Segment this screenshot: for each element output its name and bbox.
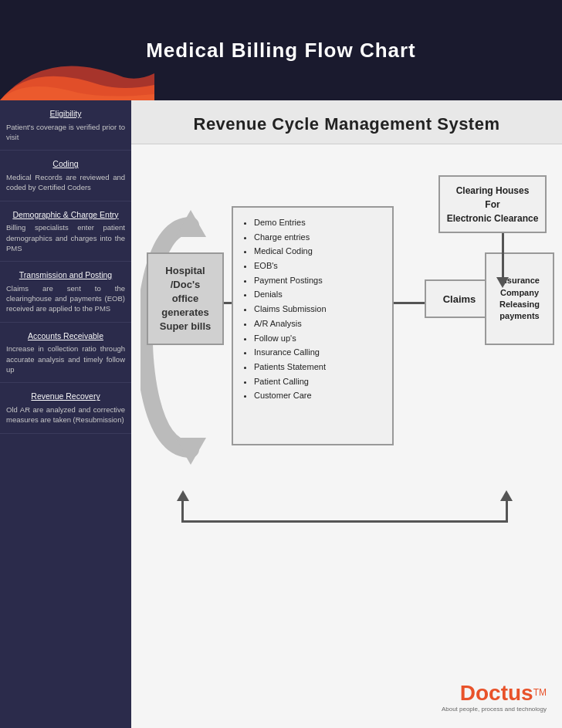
- service-item-3: EOB's: [254, 259, 383, 273]
- service-item-7: A/R Analysis: [254, 317, 383, 331]
- claims-label: Claims: [443, 293, 476, 305]
- doctus-tm: TM: [533, 687, 547, 698]
- sidebar-item-4: Accounts ReceivableIncrease in collectio…: [0, 323, 131, 384]
- sidebar-item-text-4: Increase in collection ratio through acc…: [6, 344, 125, 374]
- sidebar-item-0: EligibilityPatient's coverage is verifie…: [0, 100, 131, 151]
- arrow-down-icon: [496, 277, 509, 288]
- hospital-label: Hospital /Doc's office generates Super b…: [160, 264, 211, 334]
- services-box: Demo EntriesCharge entriesMedical Coding…: [232, 206, 394, 445]
- doctus-name: Doctus: [460, 681, 533, 705]
- bottom-h-line: [181, 520, 508, 523]
- sidebar-item-text-0: Patient's coverage is verified prior to …: [6, 122, 125, 143]
- sidebar-item-title-1: Coding: [6, 158, 125, 170]
- sidebar-item-text-2: Billing specialists enter patient demogr…: [6, 222, 125, 253]
- service-item-4: Payment Postings: [254, 273, 383, 288]
- services-list: Demo EntriesCharge entriesMedical Coding…: [242, 215, 383, 403]
- service-item-12: Customer Care: [254, 388, 383, 403]
- subtitle-banner: Revenue Cycle Management System: [131, 100, 562, 144]
- header: Medical Billing Flow Chart: [0, 0, 562, 100]
- service-item-0: Demo Entries: [254, 215, 383, 230]
- page-title: Medical Billing Flow Chart: [146, 39, 416, 63]
- flow-diagram: Hospital /Doc's office generates Super b…: [139, 160, 554, 530]
- claims-box: Claims: [425, 279, 494, 318]
- service-item-8: Follow up's: [254, 331, 383, 346]
- sidebar-item-title-0: Eligibility: [6, 108, 125, 120]
- main-content: Revenue Cycle Management System Hospital…: [131, 100, 562, 728]
- arrow-up-left-icon: [177, 490, 189, 501]
- service-item-5: Denials: [254, 287, 383, 302]
- sidebar-item-title-3: Transmission and Posting: [6, 269, 125, 281]
- doctus-tagline: About people, process and technology: [442, 706, 547, 713]
- sidebar-item-3: Transmission and PostingClaims are sent …: [0, 262, 131, 323]
- sidebar-item-text-5: Old AR are analyzed and corrective measu…: [6, 405, 125, 425]
- hospital-box: Hospital /Doc's office generates Super b…: [147, 252, 224, 345]
- doctus-logo: DoctusTM About people, process and techn…: [442, 681, 547, 713]
- service-item-10: Patients Statement: [254, 360, 383, 374]
- sidebar-item-5: Revenue RecoveryOld AR are analyzed and …: [0, 383, 131, 433]
- service-item-11: Patient Calling: [254, 374, 383, 389]
- service-item-9: Insurance Calling: [254, 345, 383, 360]
- sidebar: EligibilityPatient's coverage is verifie…: [0, 100, 131, 728]
- sidebar-item-title-4: Accounts Receivable: [6, 330, 125, 342]
- sidebar-item-text-1: Medical Records are reviewed and coded b…: [6, 172, 125, 193]
- subtitle-text: Revenue Cycle Management System: [194, 114, 500, 134]
- sidebar-item-1: CodingMedical Records are reviewed and c…: [0, 151, 131, 201]
- arrow-up-right-icon: [500, 490, 513, 501]
- bottom-v-line-left: [181, 499, 184, 523]
- clearing-house-label: Clearing Houses For Electronic Clearance: [447, 184, 539, 225]
- v-line-clearing-claims: [502, 233, 504, 279]
- sidebar-item-title-5: Revenue Recovery: [6, 391, 125, 402]
- bottom-v-line-right: [506, 499, 508, 523]
- sidebar-item-2: Demographic & Charge EntryBilling specia…: [0, 201, 131, 262]
- sidebar-item-title-2: Demographic & Charge Entry: [6, 209, 125, 221]
- service-item-2: Medical Coding: [254, 244, 383, 259]
- service-item-1: Charge entries: [254, 230, 383, 245]
- sidebar-item-text-3: Claims are sent to the clearinghouse and…: [6, 283, 125, 314]
- service-item-6: Claims Submission: [254, 302, 383, 317]
- clearing-house-box: Clearing Houses For Electronic Clearance: [438, 175, 547, 233]
- insurance-box: Insurance Company Releasing payments: [485, 252, 554, 345]
